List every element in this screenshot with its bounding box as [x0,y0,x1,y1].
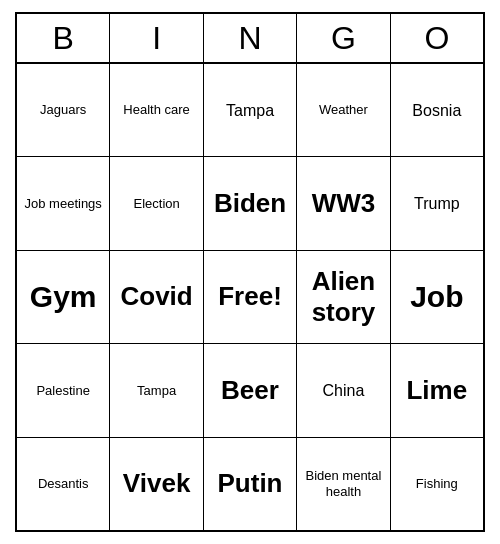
bingo-card: BINGO JaguarsHealth careTampaWeatherBosn… [15,12,485,532]
bingo-grid: JaguarsHealth careTampaWeatherBosniaJob … [17,64,483,530]
cell-3-0: Palestine [17,344,110,436]
header-letter-g: G [297,14,390,64]
cell-2-4: Job [391,251,483,343]
cell-4-0: Desantis [17,438,110,530]
header-letter-b: B [17,14,110,64]
cell-0-2: Tampa [204,64,297,156]
header-letter-n: N [204,14,297,64]
cell-1-4: Trump [391,157,483,249]
row-1: Job meetingsElectionBidenWW3Trump [17,157,483,250]
cell-3-1: Tampa [110,344,203,436]
cell-2-2: Free! [204,251,297,343]
cell-1-1: Election [110,157,203,249]
header-row: BINGO [17,14,483,64]
cell-1-2: Biden [204,157,297,249]
cell-3-2: Beer [204,344,297,436]
header-letter-i: I [110,14,203,64]
cell-1-3: WW3 [297,157,390,249]
cell-4-2: Putin [204,438,297,530]
row-2: GymCovidFree!Alien storyJob [17,251,483,344]
cell-0-0: Jaguars [17,64,110,156]
cell-2-3: Alien story [297,251,390,343]
row-4: DesantisVivekPutinBiden mental healthFis… [17,438,483,530]
cell-4-4: Fishing [391,438,483,530]
cell-3-4: Lime [391,344,483,436]
cell-2-0: Gym [17,251,110,343]
cell-0-3: Weather [297,64,390,156]
cell-1-0: Job meetings [17,157,110,249]
cell-3-3: China [297,344,390,436]
cell-4-3: Biden mental health [297,438,390,530]
header-letter-o: O [391,14,483,64]
cell-0-1: Health care [110,64,203,156]
cell-0-4: Bosnia [391,64,483,156]
row-3: PalestineTampaBeerChinaLime [17,344,483,437]
row-0: JaguarsHealth careTampaWeatherBosnia [17,64,483,157]
cell-4-1: Vivek [110,438,203,530]
cell-2-1: Covid [110,251,203,343]
